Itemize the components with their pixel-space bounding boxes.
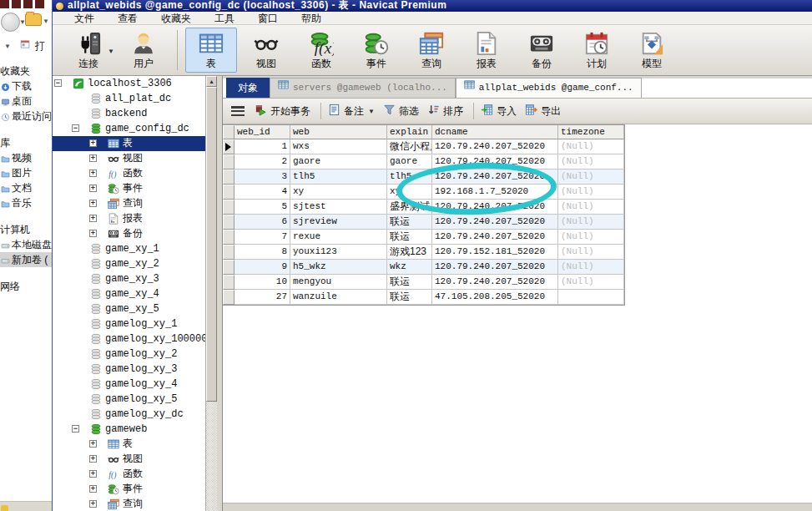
cell-explain[interactable]: 游戏123 bbox=[387, 245, 432, 260]
menu-收藏夹[interactable]: 收藏夹 bbox=[149, 12, 203, 25]
cell-web[interactable]: xy bbox=[290, 185, 387, 200]
cell-timezone[interactable]: (Null) bbox=[558, 230, 624, 245]
menu-窗口[interactable]: 窗口 bbox=[246, 12, 290, 25]
scrollbar-thumb[interactable] bbox=[206, 87, 217, 402]
row-header-cell[interactable] bbox=[223, 185, 235, 200]
explorer-item-本地磁盘[interactable]: 本地磁盘 bbox=[0, 237, 52, 252]
expand-icon[interactable]: + bbox=[89, 139, 97, 147]
cell-dcname[interactable]: 120.79.240.207_52020 bbox=[432, 275, 558, 290]
tree-item-查询[interactable]: +查询 bbox=[53, 196, 205, 211]
tree-item-gamelog_xy_4[interactable]: gamelog_xy_4 bbox=[53, 377, 205, 392]
toolbar-button-事件[interactable]: 事件 bbox=[351, 28, 402, 73]
tree-item-gamelog_xy_1000005[interactable]: gamelog_xy_1000005 bbox=[53, 331, 205, 347]
cell-timezone[interactable]: (Null) bbox=[558, 139, 624, 154]
row-header-cell[interactable] bbox=[223, 260, 235, 275]
expand-icon[interactable]: + bbox=[89, 500, 97, 508]
open-button[interactable]: 打 bbox=[35, 39, 45, 53]
row-header-cell[interactable] bbox=[223, 230, 235, 245]
tree-item-函数[interactable]: +f()函数 bbox=[53, 467, 205, 482]
expand-icon[interactable]: + bbox=[89, 485, 97, 493]
cell-web[interactable]: sjtest bbox=[290, 200, 387, 215]
toolbar-button-报表[interactable]: 报表 bbox=[461, 28, 512, 73]
row-header-cell[interactable] bbox=[223, 290, 235, 305]
tree-item-backend[interactable]: backend bbox=[53, 106, 205, 121]
cell-explain[interactable]: wkz bbox=[387, 260, 432, 275]
tree-item-备份[interactable]: +备份 bbox=[53, 226, 205, 241]
cell-web_id[interactable]: 7 bbox=[235, 230, 290, 245]
expand-icon[interactable]: + bbox=[89, 185, 97, 192]
cell-dcname[interactable]: 120.79.240.207_52020 bbox=[432, 215, 558, 230]
toolbar-button-函数[interactable]: f(x)函数 bbox=[295, 28, 347, 73]
menu-帮助[interactable]: 帮助 bbox=[290, 12, 333, 25]
cell-web_id[interactable]: 8 bbox=[235, 245, 290, 260]
row-header-cell[interactable] bbox=[223, 154, 235, 169]
menu-工具[interactable]: 工具 bbox=[203, 12, 246, 25]
row-header-cell[interactable] bbox=[223, 200, 235, 215]
column-header-explain[interactable]: explain bbox=[387, 125, 432, 139]
cell-web[interactable]: h5_wkz bbox=[290, 260, 387, 275]
cell-dcname[interactable]: 120.79.152.181_52020 bbox=[432, 245, 558, 260]
cell-dcname[interactable]: 192.168.1.7_52020 bbox=[432, 185, 558, 200]
tree-item-game_xy_2[interactable]: game_xy_2 bbox=[53, 256, 205, 271]
collapse-icon[interactable]: − bbox=[72, 425, 79, 433]
cell-timezone[interactable]: (Null) bbox=[558, 185, 624, 200]
cell-dcname[interactable]: 120.79.240.207_52020 bbox=[432, 154, 558, 169]
cell-web_id[interactable]: 2 bbox=[235, 154, 290, 169]
cell-web_id[interactable]: 5 bbox=[235, 200, 290, 215]
tree-item-视图[interactable]: +视图 bbox=[53, 452, 205, 467]
scrollbar-track[interactable] bbox=[206, 402, 217, 511]
tree-item-查询[interactable]: +查询 bbox=[53, 497, 205, 511]
cell-web[interactable]: wxs bbox=[290, 139, 387, 154]
filter-button[interactable]: 筛选 bbox=[383, 104, 419, 119]
tab-allplat-webids-game-conf-[interactable]: allplat_webids @game_conf... bbox=[456, 78, 642, 98]
cell-explain[interactable]: gaore bbox=[387, 154, 432, 169]
tree-item-事件[interactable]: +事件 bbox=[53, 482, 205, 497]
tree-item-视图[interactable]: +视图 bbox=[53, 151, 205, 166]
expand-icon[interactable]: + bbox=[89, 230, 97, 237]
tree-item-gamelog_xy_2[interactable]: gamelog_xy_2 bbox=[53, 347, 205, 362]
tree-item-gamelog_xy_5[interactable]: gamelog_xy_5 bbox=[53, 392, 205, 407]
cell-web[interactable]: gaore bbox=[290, 154, 387, 169]
cell-web[interactable]: wanzuile bbox=[290, 290, 387, 305]
explorer-item-最近访问的[interactable]: 最近访问的 bbox=[0, 109, 52, 124]
cell-explain[interactable]: tlh5 bbox=[387, 169, 432, 185]
tab-对象[interactable]: 对象 bbox=[226, 78, 270, 98]
expand-icon[interactable]: + bbox=[89, 215, 97, 222]
cell-web[interactable]: tlh5 bbox=[290, 169, 387, 185]
toolbar-button-查询[interactable]: 查询 bbox=[406, 28, 457, 73]
begin-transaction-button[interactable]: 开始事务 bbox=[255, 104, 310, 119]
expand-icon[interactable]: + bbox=[89, 440, 97, 448]
tree-item-game_xy_1[interactable]: game_xy_1 bbox=[53, 241, 205, 256]
column-header-timezone[interactable]: timezone bbox=[558, 125, 624, 139]
tree-item-函数[interactable]: +f()函数 bbox=[53, 166, 205, 181]
cell-web[interactable]: sjreview bbox=[290, 215, 387, 230]
tree-item-gamelog_xy_dc[interactable]: gamelog_xy_dc bbox=[53, 407, 205, 422]
tree-item-game_config_dc[interactable]: −game_config_dc bbox=[53, 121, 205, 136]
cell-dcname[interactable]: 47.105.208.205_52020 bbox=[432, 290, 558, 305]
column-header-web_id[interactable]: web_id bbox=[235, 125, 290, 139]
toolbar-button-视图[interactable]: 视图 bbox=[240, 28, 292, 73]
cell-timezone[interactable]: (Null) bbox=[558, 169, 624, 185]
tab-servers-gameweb-localho-[interactable]: servers @gameweb (localho... bbox=[270, 78, 456, 98]
cell-web_id[interactable]: 1 bbox=[235, 139, 290, 154]
menu-文件[interactable]: 文件 bbox=[63, 12, 106, 25]
tree-item-game_xy_4[interactable]: game_xy_4 bbox=[53, 286, 205, 301]
expand-icon[interactable]: + bbox=[89, 470, 97, 478]
row-header-cell[interactable] bbox=[223, 275, 235, 290]
expand-icon[interactable]: + bbox=[89, 169, 97, 177]
expand-icon[interactable]: + bbox=[89, 154, 97, 162]
cell-dcname[interactable]: 120.79.240.207_52020 bbox=[432, 139, 558, 154]
cell-dcname[interactable]: 120.79.240.207_52020 bbox=[432, 200, 558, 215]
explorer-item-桌面[interactable]: 桌面 bbox=[0, 94, 52, 109]
tree-item-gameweb[interactable]: −gameweb bbox=[53, 422, 205, 437]
cell-timezone[interactable]: (Null) bbox=[558, 260, 624, 275]
tree-item-game_xy_3[interactable]: game_xy_3 bbox=[53, 271, 205, 286]
cell-web[interactable]: youxi123 bbox=[290, 245, 387, 260]
cell-explain[interactable]: 联运 bbox=[387, 230, 432, 245]
cell-web_id[interactable]: 9 bbox=[235, 260, 290, 275]
chevron-down-icon[interactable]: ▼ bbox=[108, 48, 114, 55]
tree-item-all_plat_dc[interactable]: all_plat_dc bbox=[53, 91, 205, 106]
back-button[interactable] bbox=[1, 13, 20, 32]
chevron-down-icon[interactable]: ▼ bbox=[368, 108, 375, 115]
tree-scrollbar[interactable]: ▲ bbox=[205, 76, 217, 511]
